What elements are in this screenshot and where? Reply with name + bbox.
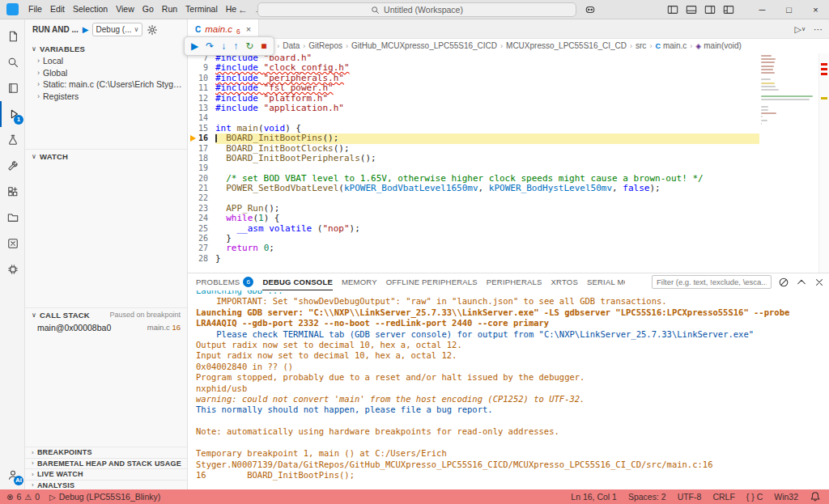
cursor-position[interactable]: Ln 16, Col 1 (571, 492, 617, 502)
problems-status[interactable]: ⊗6⚠0 (6, 492, 40, 502)
layout-sidebar-right-icon[interactable] (704, 4, 716, 15)
platform[interactable]: Win32 (774, 492, 798, 502)
layout-panel-icon[interactable] (686, 4, 697, 15)
more-actions-icon[interactable]: ⋯ (814, 24, 823, 35)
gutter[interactable]: 21 (188, 184, 215, 193)
gutter[interactable]: 20 (188, 174, 215, 184)
search-icon[interactable] (0, 49, 25, 75)
menu-edit[interactable]: Edit (46, 0, 69, 19)
breadcrumb-item-github-mcuxpresso-lpc55s16-cicd[interactable]: GitHub_MCUXpresso_LPC55S16_CICD (351, 41, 497, 50)
test-beaker-icon[interactable] (0, 127, 25, 153)
variables-section-header[interactable]: ∨VARIABLES (25, 42, 187, 55)
clear-icon[interactable] (778, 277, 789, 288)
breadcrumb-item-gitrepos[interactable]: GitRepos (308, 41, 342, 50)
maximize-icon[interactable] (796, 277, 807, 288)
minimap[interactable] (761, 55, 818, 125)
panel-tab-serial-monitor[interactable]: SERIAL MONITOR (587, 273, 625, 290)
gutter[interactable]: 10 (188, 74, 215, 83)
variables-item[interactable]: ›Local (25, 55, 187, 67)
debug-console-output[interactable]: Launching GDB ... IMPORTANT: Set "showDe… (188, 290, 826, 489)
account-icon[interactable]: AI (0, 462, 25, 488)
debug-config-dropdown[interactable]: Debug (...∨ (92, 23, 143, 36)
layout-sidebar-icon[interactable] (667, 4, 678, 15)
step-into-button[interactable]: ↓ (221, 41, 226, 51)
breadcrumb-item-data[interactable]: Data (283, 41, 300, 50)
maximize-button[interactable]: □ (776, 0, 802, 19)
breadcrumb-item-src[interactable]: src (636, 41, 646, 50)
continue-button[interactable]: ▶ (191, 41, 198, 51)
panel-tab-debug-console[interactable]: DEBUG CONSOLE (262, 273, 333, 290)
watch-section-header[interactable]: ∨WATCH (25, 150, 187, 163)
nav-back-icon[interactable]: ← (238, 4, 248, 15)
section-breakpoints[interactable]: ›BREAKPOINTS (25, 447, 187, 458)
section-analysis[interactable]: ›ANALYSIS (25, 480, 187, 490)
menu-terminal[interactable]: Terminal (181, 0, 222, 19)
code-editor[interactable]: 7#include "board.h"9#include "clock_conf… (188, 53, 759, 273)
panel-tab-peripherals[interactable]: PERIPHERALS (487, 273, 542, 290)
breadcrumb-item-main-c[interactable]: Cmain.c (655, 41, 687, 50)
run-file-button[interactable]: ▷∨ (794, 24, 806, 35)
start-debug-icon[interactable]: ▶ (83, 25, 89, 34)
restart-button[interactable]: ↻ (245, 41, 253, 51)
step-out-button[interactable]: ↑ (233, 41, 238, 51)
gutter[interactable]: 23 (188, 204, 215, 214)
call-stack-section-header[interactable]: ∨ CALL STACK Paused on breakpoint (25, 308, 187, 321)
menu-view[interactable]: View (112, 0, 138, 19)
debug-status[interactable]: ▷Debug (LPC55S16_Blinky) (49, 492, 160, 502)
panel-tab-offline-peripherals[interactable]: OFFLINE PERIPHERALS (386, 273, 478, 290)
step-over-button[interactable]: ↷ (206, 41, 214, 51)
language-mode[interactable]: { } C (746, 492, 763, 502)
gutter[interactable]: 22 (188, 193, 215, 203)
menu-run[interactable]: Run (158, 0, 181, 19)
gutter[interactable]: 16 (188, 133, 215, 143)
breadcrumb-item-mcuxpresso-lpc55s16-ci-cd[interactable]: MCUXpresso_LPC55S16_CI_CD (506, 41, 627, 50)
copilot-icon[interactable] (585, 4, 596, 15)
section-baremetal-heap-and-stack-usage[interactable]: ›BAREMETAL HEAP AND STACK USAGE (25, 458, 187, 469)
gutter[interactable]: 25 (188, 224, 215, 234)
gutter[interactable]: 13 (188, 104, 215, 113)
close-icon[interactable] (814, 277, 825, 288)
close-tab-icon[interactable]: × (246, 24, 251, 34)
eol[interactable]: CRLF (712, 492, 734, 502)
gutter[interactable]: 12 (188, 94, 215, 104)
stack-frame-row[interactable]: main@0x00008ba0 main.c 16 (25, 321, 187, 333)
minimize-button[interactable]: ─ (749, 0, 776, 19)
breadcrumb-item-main-void[interactable]: ◈main(void) (695, 41, 742, 50)
chip-icon[interactable] (0, 256, 25, 282)
gutter[interactable]: 17 (188, 144, 215, 154)
panel-tab-xrtos[interactable]: XRTOS (551, 273, 578, 290)
gear-icon[interactable] (147, 24, 158, 36)
gutter[interactable]: 27 (188, 244, 215, 253)
close-button[interactable]: × (802, 0, 829, 19)
variables-item[interactable]: ›Static: main.c (C:\Users\Erich Styger.N… (25, 78, 187, 91)
x-box-icon[interactable] (0, 231, 25, 256)
run-debug-icon[interactable]: 1 (0, 101, 25, 127)
gutter[interactable]: 19 (188, 163, 215, 173)
menu-selection[interactable]: Selection (69, 0, 112, 19)
menu-file[interactable]: File (24, 0, 46, 19)
encoding[interactable]: UTF-8 (678, 492, 702, 502)
folder-icon[interactable] (0, 205, 25, 231)
bell-icon[interactable] (810, 491, 821, 502)
indentation[interactable]: Spaces: 2 (628, 492, 666, 502)
gutter[interactable]: 24 (188, 214, 215, 223)
console-filter-input[interactable] (652, 275, 772, 289)
gutter[interactable]: 15 (188, 124, 215, 133)
command-center-search[interactable]: Untitled (Workspace) (257, 2, 576, 17)
gutter[interactable]: 14 (188, 113, 215, 123)
tools-icon[interactable] (0, 153, 25, 179)
panel-tab-memory[interactable]: MEMORY (342, 273, 377, 290)
variables-item[interactable]: ›Registers (25, 91, 187, 103)
gutter[interactable]: 11 (188, 83, 215, 93)
book-icon[interactable] (0, 75, 25, 101)
extensions-icon[interactable] (0, 179, 25, 205)
gutter[interactable]: 26 (188, 234, 215, 244)
gutter[interactable]: 28 (188, 254, 215, 264)
explorer-icon[interactable] (0, 23, 25, 49)
stop-button[interactable]: ■ (261, 41, 266, 51)
gutter[interactable]: 18 (188, 154, 215, 163)
layout-custom-icon[interactable] (723, 4, 734, 15)
gutter[interactable]: 9 (188, 63, 215, 73)
menu-go[interactable]: Go (138, 0, 158, 19)
section-live-watch[interactable]: ›LIVE WATCH (25, 468, 187, 480)
